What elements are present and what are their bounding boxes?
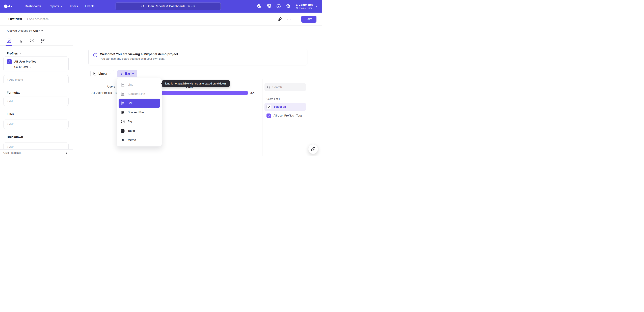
metric-options-icon[interactable] (62, 60, 66, 64)
nav-item-label: Events (85, 4, 94, 8)
tab-insights[interactable] (6, 36, 12, 46)
global-search-button[interactable]: Open Reports & Dashboards ⌘ + K (116, 2, 221, 10)
tab-flows[interactable] (29, 36, 34, 46)
flows-icon (29, 38, 34, 43)
nav-item-reports[interactable]: Reports (45, 0, 66, 12)
breakdown-section-header: Breakdown (0, 135, 23, 139)
retention-dots-icon (40, 38, 46, 43)
table-icon (120, 129, 125, 133)
chevron-down-icon (29, 66, 32, 68)
chevron-down-icon (40, 30, 43, 32)
metric-letter-badge: A (7, 59, 12, 64)
horizontal-bar-chart-icon (120, 72, 124, 76)
chevron-down-icon (109, 72, 112, 75)
demo-project-banner: Welcome! You are viewing a Mixpanel demo… (88, 49, 308, 65)
profiles-section-header[interactable]: Profiles (0, 52, 73, 55)
nav-item-dashboards[interactable]: Dashboards (21, 0, 45, 12)
chart-type-button[interactable]: Bar (117, 70, 137, 77)
sidebar-footer: Give Feedback (0, 150, 73, 156)
chart-column-users: Users (105, 85, 118, 88)
report-type-tabs (0, 36, 73, 46)
project-selector[interactable]: E-Commerce All Project Data (296, 3, 318, 10)
share-link-fab[interactable] (308, 144, 318, 154)
help-icon[interactable] (276, 4, 281, 8)
banner-title: Welcome! You are viewing a Mixpanel demo… (100, 52, 178, 56)
select-all-label: Select all (274, 105, 286, 108)
settings-gear-icon[interactable] (286, 4, 291, 8)
metric-card[interactable]: A All User Profiles Count Total (3, 56, 68, 72)
collapse-sidebar-icon[interactable] (64, 151, 68, 155)
info-icon (93, 53, 98, 57)
analyze-uniques-row: Analyze Uniques by User (0, 26, 73, 36)
project-scope: All Project Data (296, 7, 313, 10)
give-feedback-link[interactable]: Give Feedback (3, 152, 22, 154)
add-metric-button[interactable]: + Add Metric (3, 75, 68, 84)
menu-item-stacked-bar[interactable]: Stacked Bar (117, 108, 162, 117)
chevron-down-icon (315, 5, 318, 8)
select-all-checkbox[interactable] (266, 104, 271, 109)
filter-section-header: Filter (0, 112, 14, 116)
series-search-input[interactable] (272, 86, 301, 89)
tab-retention[interactable] (40, 36, 46, 46)
menu-item-table[interactable]: Table (117, 126, 162, 136)
menu-item-metric[interactable]: # Metric (117, 136, 162, 145)
more-options-icon[interactable] (287, 17, 291, 21)
nav-item-users[interactable]: Users (66, 0, 82, 12)
scale-selector-button[interactable]: Linear (90, 70, 114, 77)
query-builder-sidebar: Analyze Uniques by User (0, 26, 73, 156)
chevron-down-icon (60, 5, 62, 8)
nav-item-events[interactable]: Events (82, 0, 98, 12)
menu-item-bar[interactable]: Bar (118, 98, 160, 108)
add-description-field[interactable]: + Add description... (27, 18, 51, 21)
series-row[interactable]: All User Profiles - Total (264, 112, 306, 120)
add-formula-button[interactable]: + Add (3, 96, 68, 106)
tab-funnels[interactable] (18, 36, 23, 46)
check-icon (267, 106, 270, 108)
hash-icon: # (120, 138, 125, 142)
chevron-down-icon (19, 52, 22, 55)
report-header-bar: Untitled + Add description... Save (0, 12, 322, 26)
search-icon (141, 4, 144, 8)
horizontal-bar-chart-icon (120, 101, 125, 106)
line-chart-icon (120, 83, 125, 87)
aggregation-dropdown[interactable]: Count Total (14, 66, 68, 68)
nav-item-label: Dashboards (25, 4, 41, 8)
search-icon (267, 86, 270, 89)
insights-chart-icon (6, 38, 12, 43)
analyze-label: Analyze Uniques by (7, 29, 32, 32)
save-button[interactable]: Save (301, 16, 316, 23)
formulas-section-header: Formulas (0, 91, 20, 94)
menu-item-pie[interactable]: Pie (117, 117, 162, 126)
panel-divider (262, 79, 262, 156)
link-icon (311, 147, 315, 151)
stacked-line-chart-icon (120, 92, 125, 96)
series-search-box[interactable] (264, 83, 306, 91)
series-checkbox[interactable] (266, 114, 271, 118)
banner-body: You can use any board you see with your … (100, 57, 178, 60)
menu-item-stacked-line[interactable]: Stacked Line (117, 89, 162, 98)
series-count-label: Users 1 of 1 (266, 98, 280, 100)
stacked-bar-chart-icon (120, 110, 125, 115)
select-all-row[interactable]: Select all (264, 102, 306, 111)
analyze-entity-dropdown[interactable]: User (33, 29, 43, 32)
chart-row-label: All User Profiles - Total (92, 91, 120, 94)
search-placeholder: Open Reports & Dashboards (146, 4, 185, 8)
menu-item-line[interactable]: Line (117, 80, 162, 89)
report-canvas: Welcome! You are viewing a Mixpanel demo… (73, 26, 322, 156)
search-shortcut: ⌘ + K (187, 4, 196, 8)
metric-name[interactable]: All User Profiles (14, 60, 36, 63)
copy-link-icon[interactable] (278, 17, 282, 21)
add-filter-button[interactable]: + Add (3, 120, 68, 129)
axes-icon (93, 72, 97, 76)
chart-bar-value-label: 25K (250, 91, 254, 94)
report-title[interactable]: Untitled (8, 17, 22, 21)
nav-item-label: Reports (48, 4, 59, 8)
mixpanel-logo-icon[interactable] (4, 4, 12, 8)
data-governance-icon[interactable] (257, 4, 262, 8)
top-navbar: Dashboards Reports Users Events Open Rep… (0, 0, 322, 12)
funnels-bars-icon (18, 38, 23, 43)
apps-grid-icon[interactable] (266, 4, 271, 8)
line-disabled-tooltip: Line is not available with no time based… (162, 80, 230, 87)
chevron-down-icon (132, 72, 134, 75)
project-name: E-Commerce (296, 3, 313, 6)
